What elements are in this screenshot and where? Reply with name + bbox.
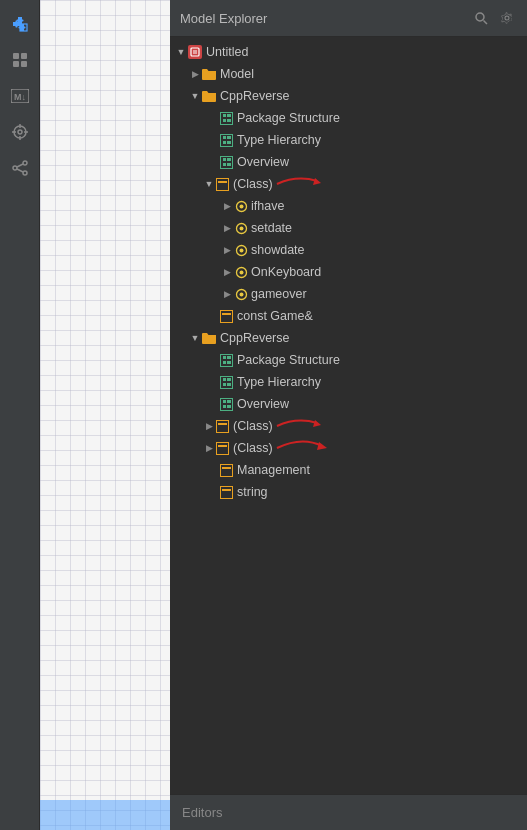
expander-cpprev1: ▼ <box>188 89 202 103</box>
tree-node-cpprev2[interactable]: ▼ CppReverse <box>170 327 527 349</box>
tree-node-showdate[interactable]: ▶ showdate <box>170 239 527 261</box>
svg-point-33 <box>239 292 243 296</box>
tree-node-constgame[interactable]: const Game& <box>170 305 527 327</box>
node-label-management: Management <box>237 463 310 477</box>
node-label-pkg1: Package Structure <box>237 111 340 125</box>
func-icon-ifhave <box>234 199 248 213</box>
red-arrow-1 <box>277 173 327 195</box>
settings-icon[interactable] <box>497 8 517 28</box>
expander-setdate: ▶ <box>220 221 234 235</box>
tree-node-pkg2[interactable]: Package Structure <box>170 349 527 371</box>
tree-node-pkg1[interactable]: Package Structure <box>170 107 527 129</box>
grid-icon[interactable] <box>4 44 36 76</box>
node-label-overview2: Overview <box>237 397 289 411</box>
tree-node-string[interactable]: string <box>170 481 527 503</box>
node-label-typehier2: Type Hierarchy <box>237 375 321 389</box>
tree-node-model[interactable]: ▶ Model <box>170 63 527 85</box>
node-label-cpprev2: CppReverse <box>220 331 289 345</box>
tree-node-class1[interactable]: ▼ (Class) <box>170 173 527 195</box>
tree-node-onkeyboard[interactable]: ▶ OnKeyboard <box>170 261 527 283</box>
svg-point-13 <box>23 161 27 165</box>
cpprev1-folder-icon <box>202 89 216 103</box>
svg-point-27 <box>239 226 243 230</box>
tree-node-management[interactable]: Management <box>170 459 527 481</box>
expander-class1: ▼ <box>202 177 216 191</box>
svg-line-17 <box>17 169 23 172</box>
expander-untitled: ▼ <box>174 45 188 59</box>
expander-gameover: ▶ <box>220 287 234 301</box>
svg-line-19 <box>484 21 488 25</box>
activity-bar: M↓ <box>0 0 40 830</box>
expander-overview2 <box>206 397 220 411</box>
tree-node-untitled[interactable]: ▼ Untitled <box>170 41 527 63</box>
markdown-icon[interactable]: M↓ <box>4 80 36 112</box>
expander-cpprev2: ▼ <box>188 331 202 345</box>
tree-node-overview1[interactable]: Overview <box>170 151 527 173</box>
func-icon-showdate <box>234 243 248 257</box>
svg-point-14 <box>13 166 17 170</box>
type-hier-icon-2 <box>220 376 233 389</box>
explorer-panel: Model Explorer ▼ <box>170 0 527 830</box>
svg-point-25 <box>239 204 243 208</box>
func-icon-onkeyboard <box>234 265 248 279</box>
node-label-showdate: showdate <box>251 243 305 257</box>
expander-typehier2 <box>206 375 220 389</box>
tree-node-setdate[interactable]: ▶ setdate <box>170 217 527 239</box>
node-label-overview1: Overview <box>237 155 289 169</box>
expander-class3: ▶ <box>202 441 216 455</box>
svg-rect-1 <box>13 53 19 59</box>
tree-node-class3[interactable]: ▶ (Class) <box>170 437 527 459</box>
puzzle-icon[interactable] <box>4 8 36 40</box>
expander-management <box>206 463 220 477</box>
pkg-structure-icon-1 <box>220 112 233 125</box>
tree-node-typehier1[interactable]: Type Hierarchy <box>170 129 527 151</box>
explorer-header: Model Explorer <box>170 0 527 37</box>
expander-string <box>206 485 220 499</box>
tree-node-typehier2[interactable]: Type Hierarchy <box>170 371 527 393</box>
node-label-class2: (Class) <box>233 419 273 433</box>
expander-model: ▶ <box>188 67 202 81</box>
svg-rect-2 <box>21 53 27 59</box>
expander-pkg2 <box>206 353 220 367</box>
svg-rect-4 <box>21 61 27 67</box>
tree-node-class2[interactable]: ▶ (Class) <box>170 415 527 437</box>
expander-overview1 <box>206 155 220 169</box>
class-icon-constgame <box>220 310 233 323</box>
class-icon-string <box>220 486 233 499</box>
node-label-string: string <box>237 485 268 499</box>
tree-node-gameover[interactable]: ▶ gameover <box>170 283 527 305</box>
svg-line-16 <box>17 164 23 167</box>
func-icon-gameover <box>234 287 248 301</box>
class-icon-3 <box>216 442 229 455</box>
overview-icon-1 <box>220 156 233 169</box>
tree-node-overview2[interactable]: Overview <box>170 393 527 415</box>
svg-marker-35 <box>317 442 327 450</box>
tree-node-ifhave[interactable]: ▶ ifhave <box>170 195 527 217</box>
node-label-setdate: setdate <box>251 221 292 235</box>
svg-point-15 <box>23 171 27 175</box>
expander-onkeyboard: ▶ <box>220 265 234 279</box>
search-icon[interactable] <box>471 8 491 28</box>
node-label-cpprev1: CppReverse <box>220 89 289 103</box>
node-label-class1: (Class) <box>233 177 273 191</box>
class-icon-2 <box>216 420 229 433</box>
node-label-gameover: gameover <box>251 287 307 301</box>
model-folder-icon <box>202 67 216 81</box>
expander-pkg1 <box>206 111 220 125</box>
svg-point-8 <box>18 130 22 134</box>
share-icon[interactable] <box>4 152 36 184</box>
expander-constgame <box>206 309 220 323</box>
overview-icon-2 <box>220 398 233 411</box>
target-icon[interactable] <box>4 116 36 148</box>
node-label-untitled: Untitled <box>206 45 248 59</box>
svg-text:M↓: M↓ <box>14 92 26 102</box>
cpprev2-folder-icon <box>202 331 216 345</box>
tree-node-cpprev1[interactable]: ▼ CppReverse <box>170 85 527 107</box>
canvas-area <box>40 0 170 830</box>
svg-rect-20 <box>191 48 199 56</box>
svg-point-18 <box>476 13 484 21</box>
tree-container: ▼ Untitled ▶ Model ▼ <box>170 37 527 794</box>
explorer-title: Model Explorer <box>180 11 267 26</box>
header-icons <box>471 8 517 28</box>
node-label-typehier1: Type Hierarchy <box>237 133 321 147</box>
